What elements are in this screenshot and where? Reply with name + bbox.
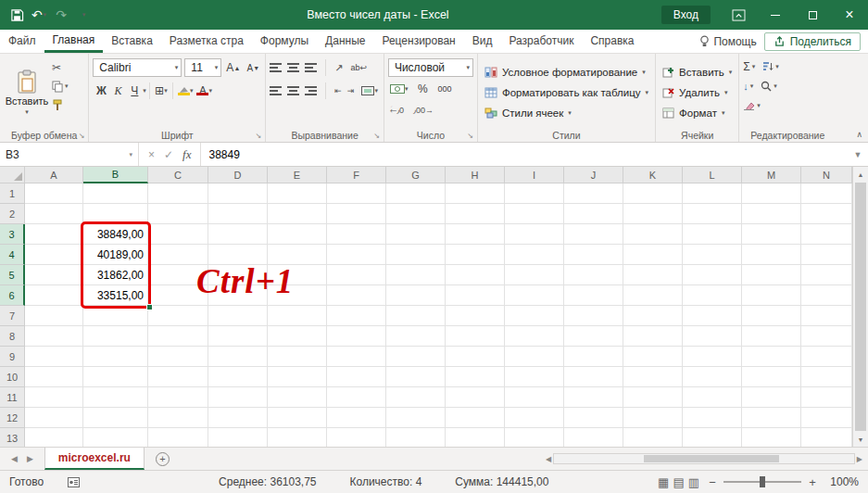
format-as-table-button[interactable]: Форматировать как таблицу ▾ [482,82,651,103]
cell-L7[interactable] [683,306,742,326]
cell-K12[interactable] [623,408,683,428]
cell-J2[interactable] [564,204,623,224]
zoom-slider-thumb[interactable] [760,476,765,487]
zoom-slider[interactable] [723,481,801,483]
scroll-up-icon[interactable]: ▲ [853,167,868,182]
scroll-right-icon[interactable]: ▶ [857,455,862,463]
minimize-button[interactable] [757,0,794,30]
cell-F9[interactable] [327,347,386,367]
cell-C12[interactable] [148,408,208,428]
cell-E13[interactable] [268,428,327,447]
cell-F12[interactable] [327,408,386,428]
cell-M3[interactable] [742,224,801,245]
share-button[interactable]: Поделиться [764,32,861,51]
cell-I1[interactable] [505,183,564,204]
cell-A13[interactable] [25,428,83,447]
cell-E11[interactable] [268,387,327,408]
cell-E3[interactable] [268,224,327,245]
fill-button[interactable]: ↓▾ [743,81,753,92]
cell-F11[interactable] [327,387,386,408]
cell-C10[interactable] [148,367,208,387]
cell-J5[interactable] [564,265,623,285]
tab-developer[interactable]: Разработчик [500,30,582,53]
cell-N12[interactable] [801,408,852,428]
vertical-scrollbar[interactable]: ▲ ▼ [852,167,868,447]
cell-H10[interactable] [446,367,505,387]
cell-N10[interactable] [801,367,852,387]
cell-A3[interactable] [25,224,83,245]
status-sum[interactable]: Сумма: 144415,00 [455,475,548,488]
cell-H8[interactable] [446,326,505,347]
cell-I2[interactable] [505,204,564,224]
cell-styles-button[interactable]: Стили ячеек ▾ [482,103,651,123]
redo-button[interactable]: ↷ [50,0,72,30]
status-average[interactable]: Среднее: 36103,75 [219,475,316,488]
cell-K5[interactable] [623,265,683,285]
cell-F7[interactable] [327,306,386,326]
increase-indent-icon[interactable]: ⇥ [347,86,355,95]
cell-N6[interactable] [801,285,852,306]
column-header-H[interactable]: H [446,167,505,183]
cell-C3[interactable] [148,224,208,245]
delete-cells-button[interactable]: Удалить ▾ [660,82,735,103]
cell-C7[interactable] [148,306,208,326]
tab-file[interactable]: Файл [0,30,44,53]
cell-B8[interactable] [83,326,148,347]
conditional-formatting-button[interactable]: Условное форматирование ▾ [482,62,651,82]
column-header-N[interactable]: N [801,167,852,183]
cell-H9[interactable] [446,347,505,367]
cell-M5[interactable] [742,265,801,285]
cell-G10[interactable] [386,367,446,387]
cell-C9[interactable] [148,347,208,367]
cell-H13[interactable] [446,428,505,447]
cell-A8[interactable] [25,326,83,347]
cell-B7[interactable] [83,306,148,326]
vertical-scroll-thumb[interactable] [855,183,866,431]
cell-H2[interactable] [446,204,505,224]
cell-M4[interactable] [742,245,801,265]
cell-N2[interactable] [801,204,852,224]
cell-A11[interactable] [25,387,83,408]
cell-E7[interactable] [268,306,327,326]
number-format-combo[interactable]: Числовой▾ [388,58,473,77]
qat-customize-button[interactable]: ▾ [72,0,94,30]
cell-E12[interactable] [268,408,327,428]
scroll-left-icon[interactable]: ◀ [546,455,551,463]
cell-K4[interactable] [623,245,683,265]
format-cells-button[interactable]: Формат ▾ [660,103,735,123]
increase-decimal-button[interactable]: ←ؘ٫0 [388,101,406,120]
formula-input[interactable]: 38849 [201,143,848,166]
cell-B6[interactable]: 33515,00 [83,285,148,306]
row-header-6[interactable]: 6 [0,285,25,306]
cell-H1[interactable] [446,183,505,204]
dialog-launcher-icon[interactable]: ↘ [256,133,262,140]
cell-F3[interactable] [327,224,386,245]
cell-J4[interactable] [564,245,623,265]
cell-N5[interactable] [801,265,852,285]
fill-color-button[interactable]: ▾ [176,82,195,100]
cell-G9[interactable] [386,347,446,367]
cell-G4[interactable] [386,245,446,265]
align-bottom-icon[interactable] [305,63,317,72]
decrease-indent-icon[interactable]: ⇤ [334,86,342,95]
zoom-level[interactable]: 100% [825,475,859,488]
cell-H7[interactable] [446,306,505,326]
tab-reference[interactable]: Справка [582,30,642,53]
cell-G5[interactable] [386,265,446,285]
cell-L12[interactable] [683,408,742,428]
row-header-4[interactable]: 4 [0,245,25,265]
merge-center-button[interactable]: ▾ [359,82,380,100]
shrink-font-button[interactable]: A▼ [245,58,261,77]
cell-J6[interactable] [564,285,623,306]
tab-review[interactable]: Рецензирован [373,30,463,53]
collapse-ribbon-button[interactable]: ∧ [856,130,862,139]
accounting-format-button[interactable]: ▾ [388,80,410,98]
cell-G8[interactable] [386,326,446,347]
tab-layout[interactable]: Разметка стра [161,30,252,53]
paste-button[interactable]: Вставить ▾ [4,57,50,128]
cell-G1[interactable] [386,183,446,204]
row-header-12[interactable]: 12 [0,408,25,428]
sheet-nav-left-icon[interactable]: ◀ [11,454,18,463]
cell-D2[interactable] [208,204,268,224]
cell-B11[interactable] [83,387,148,408]
